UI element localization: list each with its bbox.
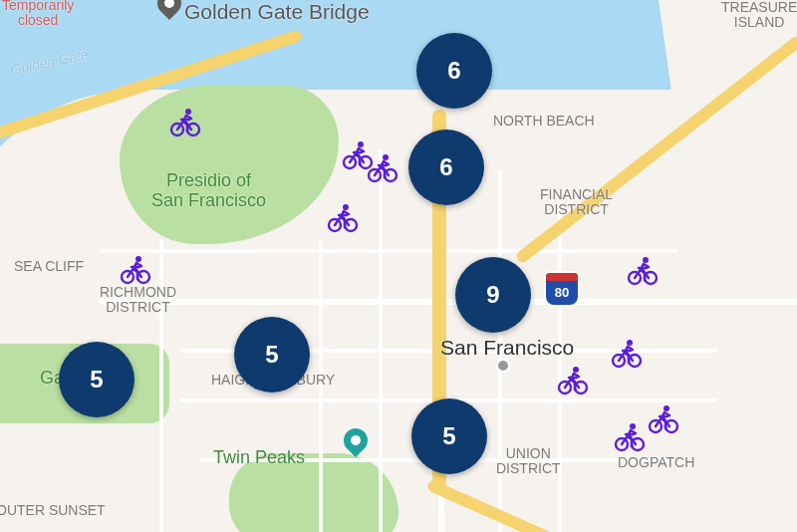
cluster-count: 5 — [442, 422, 455, 450]
label-richmond: RICHMOND DISTRICT — [100, 285, 176, 316]
label-twin-peaks: Twin Peaks — [213, 448, 305, 468]
label-san-francisco: San Francisco — [440, 336, 574, 359]
bike-marker[interactable] — [327, 201, 359, 233]
label-sea-cliff: SEA CLIFF — [14, 259, 84, 274]
label-closed: Temporarily closed — [2, 0, 74, 29]
label-financial: FINANCIAL DISTRICT — [540, 187, 613, 218]
label-outer-sunset: OUTER SUNSET — [0, 503, 106, 518]
bike-marker[interactable] — [614, 420, 646, 452]
label-treasure-island: TREASURE ISLAND — [721, 0, 797, 31]
label-north-beach: NORTH BEACH — [493, 114, 595, 129]
interstate-number: 80 — [555, 285, 569, 300]
bike-marker[interactable] — [169, 106, 201, 137]
label-presidio: Presidio of San Francisco — [151, 171, 266, 211]
cluster-marker[interactable]: 6 — [416, 33, 492, 109]
cluster-marker[interactable]: 5 — [411, 399, 487, 474]
label-golden-gate-water: Golden Gate — [9, 47, 90, 79]
bike-marker[interactable] — [611, 337, 643, 369]
cluster-marker[interactable]: 5 — [234, 317, 310, 393]
city-center-dot — [496, 359, 510, 373]
bike-marker[interactable] — [627, 254, 659, 286]
map-canvas[interactable]: Temporarily closed Golden Gate Bridge Go… — [0, 0, 797, 532]
bike-marker[interactable] — [557, 364, 589, 396]
cluster-count: 6 — [447, 57, 460, 85]
cluster-count: 6 — [439, 153, 452, 181]
cluster-marker[interactable]: 9 — [455, 257, 531, 333]
bike-marker[interactable] — [120, 253, 151, 285]
cluster-marker[interactable]: 6 — [408, 130, 484, 205]
bike-marker[interactable] — [648, 402, 679, 434]
label-golden-gate-bridge: Golden Gate Bridge — [184, 0, 370, 23]
bike-marker[interactable] — [367, 151, 398, 183]
cluster-count: 5 — [90, 366, 103, 394]
cluster-count: 9 — [486, 281, 499, 309]
label-dogpatch: DOGPATCH — [618, 455, 694, 470]
cluster-count: 5 — [265, 341, 278, 369]
golden-gate-bridge-pin[interactable] — [152, 0, 186, 20]
interstate-shield: 80 — [544, 271, 580, 307]
cluster-marker[interactable]: 5 — [59, 342, 134, 417]
label-union: UNION DISTRICT — [496, 446, 561, 477]
